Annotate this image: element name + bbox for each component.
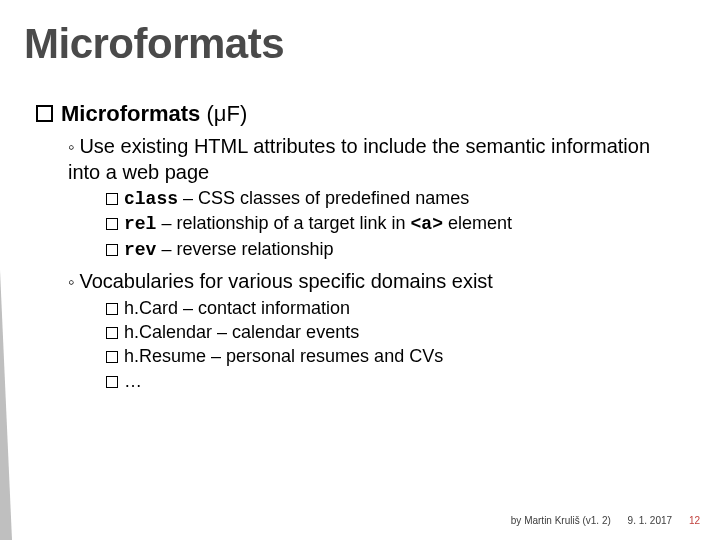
square-bullet-icon bbox=[106, 351, 118, 363]
text: h.Card – contact information bbox=[124, 298, 350, 318]
square-bullet-icon bbox=[106, 303, 118, 315]
bullet-level3: … bbox=[106, 370, 680, 393]
slide-body: Microformats (μF) Use existing HTML attr… bbox=[36, 100, 680, 394]
heading-text: Microformats (μF) bbox=[61, 101, 247, 126]
slide: Microformats Microformats (μF) Use exist… bbox=[0, 0, 720, 540]
footer: by Martin Kruliš (v1. 2) 9. 1. 2017 12 bbox=[497, 515, 700, 526]
square-bullet-icon bbox=[106, 218, 118, 230]
code-a-tag: <a> bbox=[411, 214, 443, 234]
text: h.Calendar – calendar events bbox=[124, 322, 359, 342]
bullet-level3: h.Card – contact information bbox=[106, 297, 680, 320]
square-bullet-icon bbox=[106, 376, 118, 388]
text: – reverse relationship bbox=[156, 239, 333, 259]
bullet-level2: Vocabularies for various specific domain… bbox=[68, 268, 680, 294]
page-number: 12 bbox=[689, 515, 700, 526]
text: – CSS classes of predefined names bbox=[178, 188, 469, 208]
bullet-level1: Microformats (μF) bbox=[36, 100, 680, 129]
text: … bbox=[124, 371, 142, 391]
text: – relationship of a target link in bbox=[156, 213, 410, 233]
square-bullet-icon bbox=[36, 105, 53, 122]
bullet-level3: h.Calendar – calendar events bbox=[106, 321, 680, 344]
text: element bbox=[443, 213, 512, 233]
square-bullet-icon bbox=[106, 327, 118, 339]
bullet-level3: rev – reverse relationship bbox=[106, 238, 680, 262]
bullet-level3: h.Resume – personal resumes and CVs bbox=[106, 345, 680, 368]
slide-title: Microformats bbox=[24, 20, 284, 68]
text: h.Resume – personal resumes and CVs bbox=[124, 346, 443, 366]
bullet-level3: rel – relationship of a target link in <… bbox=[106, 212, 680, 236]
square-bullet-icon bbox=[106, 244, 118, 256]
code-class: class bbox=[124, 189, 178, 209]
bullet-level2: Use existing HTML attributes to include … bbox=[68, 133, 680, 185]
footer-author: by Martin Kruliš (v1. 2) bbox=[511, 515, 611, 526]
code-rel: rel bbox=[124, 214, 156, 234]
footer-date: 9. 1. 2017 bbox=[628, 515, 672, 526]
square-bullet-icon bbox=[106, 193, 118, 205]
decorative-wedge bbox=[0, 270, 12, 540]
code-rev: rev bbox=[124, 240, 156, 260]
bullet-level3: class – CSS classes of predefined names bbox=[106, 187, 680, 211]
